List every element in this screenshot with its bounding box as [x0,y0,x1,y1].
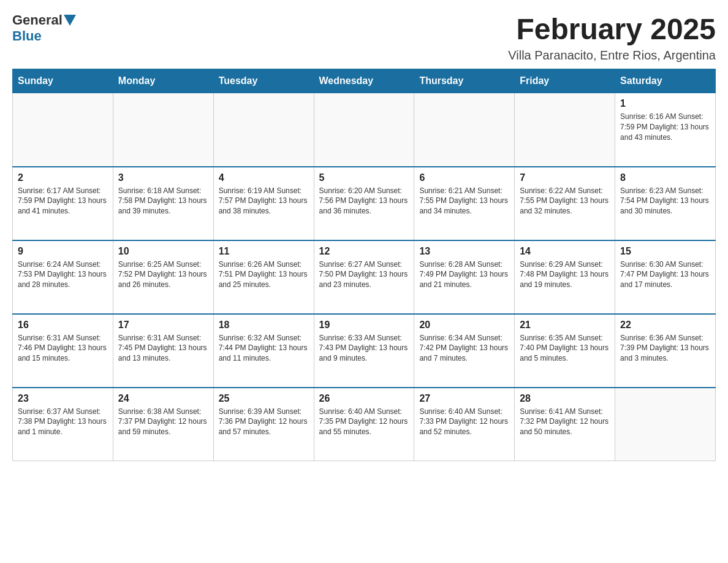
day-number: 24 [118,393,208,404]
calendar-cell: 4Sunrise: 6:19 AM Sunset: 7:57 PM Daylig… [213,167,314,240]
day-number: 6 [419,172,509,183]
day-info: Sunrise: 6:19 AM Sunset: 7:57 PM Dayligh… [219,186,309,216]
calendar-cell: 9Sunrise: 6:24 AM Sunset: 7:53 PM Daylig… [13,240,113,314]
day-number: 1 [620,98,710,109]
logo-arrow-icon [64,15,76,26]
day-info: Sunrise: 6:32 AM Sunset: 7:44 PM Dayligh… [219,333,309,364]
calendar-cell: 2Sunrise: 6:17 AM Sunset: 7:59 PM Daylig… [13,167,113,240]
day-number: 12 [319,246,409,257]
day-header-saturday: Saturday [615,69,716,93]
day-header-friday: Friday [515,69,615,93]
calendar-cell: 11Sunrise: 6:26 AM Sunset: 7:51 PM Dayli… [213,240,314,314]
day-number: 3 [118,172,208,183]
calendar-cell: 25Sunrise: 6:39 AM Sunset: 7:36 PM Dayli… [213,388,314,461]
day-info: Sunrise: 6:31 AM Sunset: 7:46 PM Dayligh… [18,333,108,364]
day-info: Sunrise: 6:33 AM Sunset: 7:43 PM Dayligh… [319,333,409,364]
calendar-cell: 20Sunrise: 6:34 AM Sunset: 7:42 PM Dayli… [414,314,515,388]
day-info: Sunrise: 6:29 AM Sunset: 7:48 PM Dayligh… [520,259,610,290]
calendar-cell: 13Sunrise: 6:28 AM Sunset: 7:49 PM Dayli… [414,240,515,314]
calendar-week-row: 16Sunrise: 6:31 AM Sunset: 7:46 PM Dayli… [13,314,716,388]
logo-blue-text: Blue [12,28,42,44]
day-info: Sunrise: 6:35 AM Sunset: 7:40 PM Dayligh… [520,333,610,364]
location-title: Villa Paranacito, Entre Rios, Argentina [508,48,716,63]
calendar-cell: 12Sunrise: 6:27 AM Sunset: 7:50 PM Dayli… [314,240,414,314]
day-info: Sunrise: 6:37 AM Sunset: 7:38 PM Dayligh… [18,407,108,437]
day-number: 20 [419,320,509,331]
day-number: 13 [419,246,509,257]
day-number: 23 [18,393,108,404]
calendar-cell [615,388,716,461]
calendar-cell: 10Sunrise: 6:25 AM Sunset: 7:52 PM Dayli… [113,240,213,314]
day-number: 22 [620,320,710,331]
calendar-cell: 18Sunrise: 6:32 AM Sunset: 7:44 PM Dayli… [213,314,314,388]
day-number: 21 [520,320,610,331]
calendar-cell [13,93,113,167]
calendar-cell: 5Sunrise: 6:20 AM Sunset: 7:56 PM Daylig… [314,167,414,240]
calendar-cell: 6Sunrise: 6:21 AM Sunset: 7:55 PM Daylig… [414,167,515,240]
calendar-cell: 1Sunrise: 6:16 AM Sunset: 7:59 PM Daylig… [615,93,716,167]
calendar-cell: 16Sunrise: 6:31 AM Sunset: 7:46 PM Dayli… [13,314,113,388]
day-info: Sunrise: 6:23 AM Sunset: 7:54 PM Dayligh… [620,186,710,216]
day-info: Sunrise: 6:31 AM Sunset: 7:45 PM Dayligh… [118,333,208,364]
day-header-tuesday: Tuesday [213,69,314,93]
calendar-cell [314,93,414,167]
day-info: Sunrise: 6:18 AM Sunset: 7:58 PM Dayligh… [118,186,208,216]
day-number: 7 [520,172,610,183]
day-info: Sunrise: 6:36 AM Sunset: 7:39 PM Dayligh… [620,333,710,364]
day-number: 27 [419,393,509,404]
day-number: 8 [620,172,710,183]
day-number: 14 [520,246,610,257]
day-info: Sunrise: 6:40 AM Sunset: 7:35 PM Dayligh… [319,407,409,437]
day-info: Sunrise: 6:39 AM Sunset: 7:36 PM Dayligh… [219,407,309,437]
calendar-week-row: 9Sunrise: 6:24 AM Sunset: 7:53 PM Daylig… [13,240,716,314]
day-number: 11 [219,246,309,257]
calendar-cell: 17Sunrise: 6:31 AM Sunset: 7:45 PM Dayli… [113,314,213,388]
day-info: Sunrise: 6:41 AM Sunset: 7:32 PM Dayligh… [520,407,610,437]
day-header-wednesday: Wednesday [314,69,414,93]
day-info: Sunrise: 6:28 AM Sunset: 7:49 PM Dayligh… [419,259,509,290]
calendar-cell: 19Sunrise: 6:33 AM Sunset: 7:43 PM Dayli… [314,314,414,388]
page-header: General Blue February 2025 Villa Paranac… [12,12,716,63]
day-number: 9 [18,246,108,257]
calendar-cell: 27Sunrise: 6:40 AM Sunset: 7:33 PM Dayli… [414,388,515,461]
day-info: Sunrise: 6:20 AM Sunset: 7:56 PM Dayligh… [319,186,409,216]
day-number: 10 [118,246,208,257]
day-info: Sunrise: 6:34 AM Sunset: 7:42 PM Dayligh… [419,333,509,364]
calendar-cell [213,93,314,167]
calendar-week-row: 23Sunrise: 6:37 AM Sunset: 7:38 PM Dayli… [13,388,716,461]
day-number: 16 [18,320,108,331]
logo-general-text: General [12,12,63,28]
day-number: 4 [219,172,309,183]
day-number: 19 [319,320,409,331]
calendar-cell: 3Sunrise: 6:18 AM Sunset: 7:58 PM Daylig… [113,167,213,240]
calendar-cell: 23Sunrise: 6:37 AM Sunset: 7:38 PM Dayli… [13,388,113,461]
day-number: 17 [118,320,208,331]
calendar-cell: 7Sunrise: 6:22 AM Sunset: 7:55 PM Daylig… [515,167,615,240]
day-number: 25 [219,393,309,404]
month-title: February 2025 [508,12,716,46]
day-info: Sunrise: 6:30 AM Sunset: 7:47 PM Dayligh… [620,259,710,290]
calendar-week-row: 1Sunrise: 6:16 AM Sunset: 7:59 PM Daylig… [13,93,716,167]
calendar-cell: 28Sunrise: 6:41 AM Sunset: 7:32 PM Dayli… [515,388,615,461]
calendar-cell: 15Sunrise: 6:30 AM Sunset: 7:47 PM Dayli… [615,240,716,314]
day-info: Sunrise: 6:22 AM Sunset: 7:55 PM Dayligh… [520,186,610,216]
calendar-cell: 14Sunrise: 6:29 AM Sunset: 7:48 PM Dayli… [515,240,615,314]
calendar-cell: 21Sunrise: 6:35 AM Sunset: 7:40 PM Dayli… [515,314,615,388]
calendar-cell: 22Sunrise: 6:36 AM Sunset: 7:39 PM Dayli… [615,314,716,388]
calendar-week-row: 2Sunrise: 6:17 AM Sunset: 7:59 PM Daylig… [13,167,716,240]
day-header-monday: Monday [113,69,213,93]
calendar-cell [414,93,515,167]
day-header-thursday: Thursday [414,69,515,93]
day-info: Sunrise: 6:40 AM Sunset: 7:33 PM Dayligh… [419,407,509,437]
day-info: Sunrise: 6:27 AM Sunset: 7:50 PM Dayligh… [319,259,409,290]
day-info: Sunrise: 6:17 AM Sunset: 7:59 PM Dayligh… [18,186,108,216]
day-number: 5 [319,172,409,183]
calendar-cell: 8Sunrise: 6:23 AM Sunset: 7:54 PM Daylig… [615,167,716,240]
calendar-cell: 24Sunrise: 6:38 AM Sunset: 7:37 PM Dayli… [113,388,213,461]
day-info: Sunrise: 6:26 AM Sunset: 7:51 PM Dayligh… [219,259,309,290]
day-number: 26 [319,393,409,404]
day-info: Sunrise: 6:25 AM Sunset: 7:52 PM Dayligh… [118,259,208,290]
day-info: Sunrise: 6:24 AM Sunset: 7:53 PM Dayligh… [18,259,108,290]
logo: General Blue [12,12,77,44]
calendar-cell [113,93,213,167]
